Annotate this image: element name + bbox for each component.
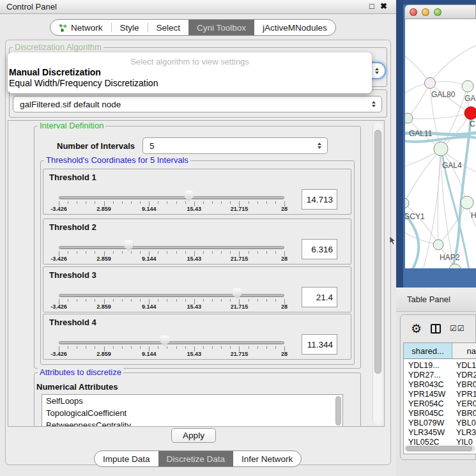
tab-network[interactable]: Network bbox=[50, 20, 111, 35]
table-row[interactable]: YBL079WYBL0 bbox=[404, 418, 476, 428]
attributes-list-scrollbar[interactable] bbox=[335, 396, 341, 426]
slider-thumb[interactable] bbox=[233, 288, 242, 299]
slider-tick bbox=[212, 346, 213, 349]
slider-track[interactable] bbox=[59, 341, 284, 344]
checkbox-icons[interactable]: ☑☑ bbox=[450, 325, 465, 332]
table-row[interactable]: YER054CYER0 bbox=[404, 399, 476, 409]
network-node-GAL4[interactable] bbox=[434, 142, 448, 156]
network-edge[interactable] bbox=[405, 149, 441, 203]
settings-scroll-area: Interval Definition Number of Intervals … bbox=[8, 120, 385, 427]
slider-tick-label: 21.715 bbox=[231, 206, 249, 212]
option-manual-discretization[interactable]: Manual Discretization bbox=[9, 67, 101, 77]
network-node-HAP2[interactable] bbox=[433, 240, 443, 250]
mode-tab-infer-network[interactable]: Infer Network bbox=[233, 451, 301, 466]
slider-tick bbox=[68, 346, 68, 349]
network-canvas[interactable]: GAL80GACGAL11GAL4GCY1HHAP2 bbox=[405, 19, 476, 268]
settings-scrollbar-track[interactable] bbox=[372, 122, 382, 425]
tab-select[interactable]: Select bbox=[148, 20, 189, 35]
network-edge-highlighted[interactable] bbox=[451, 116, 471, 268]
zoom-button-icon[interactable] bbox=[434, 8, 441, 16]
table-hscrollbar-thumb[interactable] bbox=[406, 446, 472, 451]
network-edge[interactable] bbox=[405, 52, 430, 83]
network-node-n2[interactable] bbox=[462, 81, 473, 92]
network-edge[interactable] bbox=[405, 230, 438, 245]
threshold-value-field[interactable]: 11.344 bbox=[302, 334, 337, 355]
node-attribute-table[interactable]: shared... na YDL19...YDL1YDR27...YDR2YBR… bbox=[403, 342, 476, 454]
table-row[interactable]: YDL19...YDL1 bbox=[404, 361, 476, 371]
attribute-item[interactable]: BetweennessCentrality bbox=[42, 419, 342, 427]
mode-tab-impute-data[interactable]: Impute Data bbox=[95, 451, 158, 466]
numerical-attributes-label: Numerical Attributes bbox=[36, 382, 118, 392]
slider-tick-label: 28 bbox=[281, 303, 288, 310]
network-edge[interactable] bbox=[408, 113, 471, 119]
attribute-item[interactable]: SelfLoops bbox=[42, 395, 342, 407]
table-data-value: galFiltered.sif default node bbox=[20, 100, 121, 109]
network-node-bot[interactable] bbox=[449, 264, 461, 268]
slider-tick bbox=[249, 299, 249, 302]
node-label-GA: GA bbox=[464, 94, 475, 103]
slider-tick-label: 9.144 bbox=[142, 303, 157, 310]
num-intervals-combobox[interactable]: 5 bbox=[142, 137, 328, 154]
gear-icon[interactable]: ⚙ bbox=[411, 323, 422, 335]
table-row[interactable]: YBR045CYBR0 bbox=[404, 409, 476, 418]
network-edge[interactable] bbox=[430, 43, 476, 83]
slider-tick bbox=[158, 251, 158, 254]
network-node-red[interactable] bbox=[464, 107, 476, 119]
slider-tick bbox=[230, 251, 231, 254]
option-equal-width-frequency[interactable]: Equal Width/Frequency Discretization bbox=[9, 78, 158, 88]
algorithm-hint-option[interactable]: Select algorithm to view settings bbox=[8, 57, 372, 66]
cell-name: YPR1 bbox=[456, 390, 476, 399]
tab-jactivemnodules[interactable]: jActiveMNodules bbox=[254, 20, 335, 35]
tab-label: Cyni Toolbox bbox=[197, 23, 246, 33]
table-row[interactable]: YDR27...YDR2 bbox=[404, 371, 476, 380]
threshold-value-field[interactable]: 6.316 bbox=[302, 239, 337, 259]
attribute-item[interactable]: TopologicalCoefficient bbox=[42, 407, 342, 419]
threshold-value-field[interactable]: 14.713 bbox=[302, 189, 337, 210]
table-row[interactable]: YBR043CYBR0 bbox=[404, 380, 476, 390]
network-node-GAL80[interactable] bbox=[425, 78, 436, 89]
slider-thumb[interactable] bbox=[160, 335, 169, 346]
network-edge[interactable] bbox=[408, 83, 430, 118]
table-row[interactable]: YLR345WYLR3 bbox=[404, 428, 476, 438]
numerical-attributes-list[interactable]: SelfLoopsTopologicalCoefficientBetweenne… bbox=[42, 394, 343, 427]
apply-button[interactable]: Apply bbox=[171, 428, 216, 443]
slider-thumb[interactable] bbox=[124, 240, 133, 251]
slider-tick bbox=[257, 251, 258, 254]
discretization-algorithm-label: Discretization Algorithm bbox=[13, 43, 104, 52]
slider-track[interactable] bbox=[59, 294, 284, 297]
slider-tick-label: 28 bbox=[281, 351, 288, 357]
minimize-button-icon[interactable] bbox=[422, 8, 429, 16]
float-window-icon[interactable]: □ bbox=[369, 1, 374, 11]
threshold-value-field[interactable]: 21.4 bbox=[302, 287, 337, 307]
tab-label: Discretize Data bbox=[167, 454, 226, 464]
table-data-combobox[interactable]: galFiltered.sif default node bbox=[13, 96, 382, 112]
close-button-icon[interactable] bbox=[410, 8, 417, 16]
slider-tick bbox=[257, 346, 258, 349]
close-panel-icon[interactable]: ✖ bbox=[380, 1, 387, 11]
column-header-shared-name[interactable]: shared... bbox=[404, 343, 452, 358]
slider-tick bbox=[221, 201, 222, 204]
network-node-H[interactable] bbox=[461, 196, 473, 209]
split-columns-icon[interactable] bbox=[431, 324, 441, 334]
thresholds-group-label: Threshold's Coordinates for 5 Intervals bbox=[44, 156, 190, 165]
table-row[interactable]: YPR145WYPR1 bbox=[404, 390, 476, 399]
slider-tick bbox=[95, 346, 95, 349]
column-header-name[interactable]: na bbox=[452, 343, 476, 358]
cell-name: YBL0 bbox=[456, 418, 476, 427]
network-view-window[interactable]: GAL80GACGAL11GAL4GCY1HHAP2 bbox=[396, 0, 476, 288]
window-border bbox=[403, 0, 476, 4]
network-node-GAL11[interactable] bbox=[405, 113, 413, 123]
mode-tab-discretize-data[interactable]: Discretize Data bbox=[158, 451, 234, 466]
slider-track[interactable] bbox=[59, 196, 284, 199]
network-icon bbox=[59, 24, 67, 32]
slider-track[interactable] bbox=[59, 246, 284, 249]
network-window-titlebar[interactable] bbox=[404, 4, 476, 19]
table-hscrollbar-track[interactable] bbox=[404, 445, 475, 452]
slider-tick bbox=[221, 299, 222, 302]
slider-tick bbox=[221, 251, 222, 254]
tab-cyni-toolbox[interactable]: Cyni Toolbox bbox=[188, 20, 254, 35]
cell-shared-name: YDL19... bbox=[408, 361, 440, 370]
settings-scrollbar-thumb[interactable] bbox=[374, 130, 381, 374]
tab-style[interactable]: Style bbox=[112, 20, 148, 35]
slider-thumb[interactable] bbox=[185, 190, 194, 201]
